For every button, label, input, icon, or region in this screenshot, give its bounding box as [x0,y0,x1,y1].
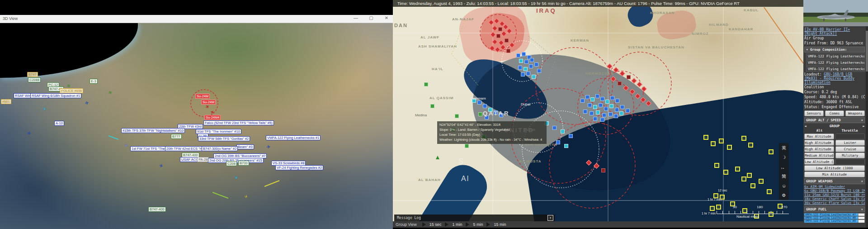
map-unit-icon[interactable] [769,149,774,154]
map-unit-icon[interactable] [599,103,603,107]
aircraft-icon[interactable]: ✈ [266,144,271,149]
map-unit-icon[interactable] [719,138,724,143]
comms-button[interactable]: Comms [825,110,844,116]
group-composition-header[interactable]: ▾ Group Composition: [804,47,865,52]
map-unit-icon[interactable] [614,114,618,118]
map-unit-icon[interactable] [637,81,642,87]
map-unit-icon[interactable] [498,27,502,31]
map-unit-icon[interactable] [537,69,541,73]
map-unit-icon[interactable] [629,89,635,95]
map-unit-icon[interactable] [465,144,469,148]
aircraft-icon[interactable]: ✈ [158,163,164,169]
map-unit-icon[interactable] [506,28,512,34]
map-unit-icon[interactable] [747,173,752,178]
altitude-button[interactable]: Low Altitude (1000 [804,165,865,171]
unit-label[interactable]: B747-300(o Name" #2 [202,146,238,151]
map-unit-icon[interactable] [588,103,592,107]
unit-label[interactable]: B747-400 [148,207,166,212]
unit-label[interactable]: C208 [226,161,237,166]
aircraft-icon[interactable]: ✈ [205,104,211,110]
map-unit-icon[interactable] [610,76,616,82]
map-unit-icon[interactable] [478,112,482,116]
map-unit-icon[interactable] [595,94,599,98]
prev-group-arrow[interactable]: ◄ [804,124,810,128]
unit-label[interactable]: Beam" #3 [236,144,254,149]
play-triangle-icon[interactable] [445,222,448,227]
map-unit-icon[interactable] [524,67,528,71]
unit-label[interactable]: Su-24M [195,94,210,99]
map-unit-icon[interactable] [495,47,500,52]
weapon-link[interactable]: 6x AIM-9M Sidewinder [804,185,865,189]
unit-label[interactable]: PA-28 [197,157,209,162]
altitude-button[interactable]: Medium Altitude (1 [804,153,834,158]
map-unit-icon[interactable] [615,99,619,103]
map-unit-icon[interactable] [703,135,708,140]
unit-label[interactable]: E-3 [90,79,98,84]
unit-label[interactable]: Su-24M [201,100,216,105]
map-unit-icon[interactable] [635,93,641,99]
time-option[interactable]: 1 min [452,222,462,227]
aircraft-icon[interactable]: ✈ [42,106,47,112]
time-option[interactable]: 15 min [494,222,506,227]
ime-emoji-icon[interactable]: ☺ [782,183,786,188]
map-unit-icon[interactable] [477,100,481,105]
map-unit-icon[interactable] [529,64,533,68]
map-unit-icon[interactable] [532,75,536,79]
map-unit-icon[interactable] [492,25,498,31]
map-unit-icon[interactable] [586,160,592,166]
time-compression-bar[interactable]: Group View 15 sec1 min5 min15 min [393,221,803,228]
unit-label[interactable]: RSAF Wing 6/18th Squadron #1 [30,93,81,98]
group-weapons-header[interactable]: GROUP WEAPONS ✕ [804,178,865,184]
ime-simplified-icon[interactable]: 简 [782,174,786,179]
map-unit-icon[interactable] [735,167,740,172]
unit-label[interactable]: POLICE #656 [60,88,83,93]
map-unit-icon[interactable] [607,63,613,69]
map-unit-icon[interactable] [601,168,605,172]
unit-label[interactable]: VMFA-122 Flying Leathernecks #1 [266,135,321,140]
weapon-link[interactable]: 18x Generic Chaff Salvo [3x Cartridg [804,197,865,201]
altitude-button[interactable]: Min Altitude [804,172,865,177]
map-unit-icon[interactable] [750,183,755,188]
map-unit-icon[interactable] [710,206,715,211]
maximize-button[interactable]: ▢ [367,15,376,20]
close-icon[interactable]: ✕ [861,118,863,123]
tactical-map[interactable]: DANAN-NAJAFAL JAWFASH SHAMALIYAHHA'ILAL … [393,0,803,228]
unit-label[interactable]: 33rd TFW 58th TFS "Gorillas" #2 [198,136,250,141]
map-unit-icon[interactable] [600,118,604,122]
ime-toolbar[interactable]: 英☽,。简☺⚙ [779,143,789,200]
map-unit-icon[interactable] [641,86,647,92]
map-unit-icon[interactable] [618,81,622,86]
group-fuel-header[interactable]: GROUP FUEL ✕ [804,206,865,212]
map-unit-icon[interactable] [506,49,510,53]
sensors-button[interactable]: Sensors [804,110,824,116]
window-titlebar[interactable]: 3D View —▢✕ [0,15,393,23]
unit-label[interactable]: C2088 [28,77,41,82]
group-view-button[interactable]: Group View [396,222,417,227]
map-unit-icon[interactable] [492,39,498,45]
unit-label[interactable]: 20th TFW 42nd ECS "H [165,146,203,151]
unit-label[interactable]: USAF ACC [180,157,200,162]
map-unit-icon[interactable] [436,156,439,159]
map-unit-icon[interactable] [516,53,520,57]
map-unit-icon[interactable] [455,114,459,118]
map-unit-icon[interactable] [711,141,716,146]
unit-label[interactable]: Su-24M4 [204,115,221,120]
map-unit-icon[interactable] [615,108,619,112]
map-unit-icon[interactable] [590,97,594,101]
aircraft-icon[interactable]: ✈ [210,110,216,115]
map-unit-icon[interactable] [585,95,590,99]
map-unit-icon[interactable] [483,104,487,108]
map-unit-icon[interactable] [748,143,753,148]
aircraft-icon[interactable]: ✈ [85,100,90,106]
map-unit-icon[interactable] [609,112,613,116]
weapon-link[interactable]: 6x GBU-16B/B Paveway II LGB [Mk83] [804,189,865,193]
map-unit-icon[interactable] [505,38,509,43]
map-unit-icon[interactable] [488,19,494,25]
group-member-row[interactable]: VMFA-122 Flying Leathernecks #7 (AV-8 [806,53,865,59]
map-unit-icon[interactable] [593,117,597,121]
globe-view[interactable]: B747C2088PC-12B747-40POLICE #656E-3RSAF … [0,23,393,229]
unit-label[interactable]: B777 [171,134,182,139]
map-unit-icon[interactable] [430,104,434,108]
unit-db-link[interactable]: [3x AV-8B Harrier II+ [Night Attack]] [804,28,850,36]
map-unit-icon[interactable] [613,67,619,73]
